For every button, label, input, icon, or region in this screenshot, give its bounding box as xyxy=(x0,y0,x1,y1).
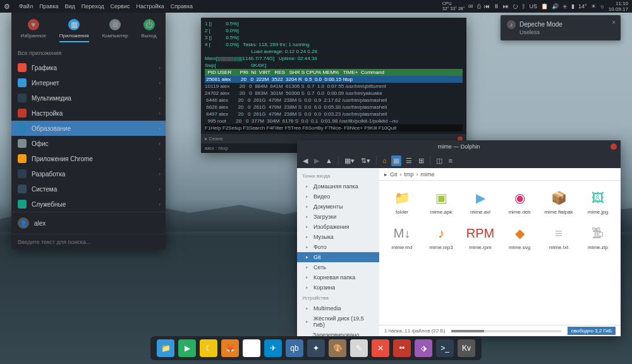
menu-Переход[interactable]: Переход xyxy=(82,3,104,9)
place-Фото[interactable]: Фото xyxy=(297,242,379,252)
dock-item[interactable]: Kv xyxy=(458,339,475,357)
place-Корзина[interactable]: Корзина xyxy=(297,282,379,293)
tray-prev-icon[interactable]: ⏮ xyxy=(484,3,490,9)
file-mime.zip[interactable]: 🗜mime.zip xyxy=(580,221,616,253)
place-Документы[interactable]: Документы xyxy=(297,202,379,212)
tray-temp-label[interactable]: 14° xyxy=(578,3,587,9)
launcher-tab-Компьютер[interactable]: 🖥Компьютер xyxy=(102,19,128,42)
dock-item[interactable]: >_ xyxy=(436,339,454,357)
launcher-tab-Приложения[interactable]: ▦Приложения xyxy=(59,19,89,42)
tray-network-icon[interactable]: ⚹ xyxy=(562,3,568,10)
dock-item[interactable]: ⬗ xyxy=(415,339,432,357)
file-mime.deb[interactable]: ◉mime.deb xyxy=(502,186,537,217)
tray-weather-icon[interactable]: ☀ xyxy=(591,3,596,9)
device-item[interactable]: Multimedia xyxy=(297,303,379,313)
category-Система[interactable]: Система› xyxy=(11,181,166,197)
file-mime.mp3[interactable]: ♪mime.mp3 xyxy=(423,221,459,253)
tray-bluetooth-icon[interactable]: ᛒ xyxy=(522,3,525,9)
tray-brightness-icon[interactable]: ☼ xyxy=(600,3,605,9)
tray-mail-icon[interactable]: ✉ xyxy=(468,3,473,9)
terminal-tab[interactable]: ▸ Сеанс xyxy=(205,136,223,142)
menu-Файл[interactable]: Файл xyxy=(19,3,33,9)
dock-item[interactable]: ☾ xyxy=(200,339,217,357)
tray-layout-label[interactable]: US xyxy=(529,3,537,9)
file-mime.md[interactable]: M↓mime.md xyxy=(384,221,420,253)
place-Загрузки[interactable]: Загрузки xyxy=(297,212,379,222)
tray-next-icon[interactable]: ⏭ xyxy=(503,3,509,9)
close-icon[interactable] xyxy=(611,143,617,150)
menu-Вид[interactable]: Вид xyxy=(65,3,75,9)
file-mime.apk[interactable]: ▣mime.apk xyxy=(423,186,459,217)
tray-play-icon[interactable]: ⏸ xyxy=(494,3,499,9)
place-Домашняя папка[interactable]: Домашняя папка xyxy=(297,181,379,191)
view-icons-icon[interactable]: ▦▾ xyxy=(343,155,356,166)
place-Корневая папка[interactable]: Корневая папка xyxy=(297,272,379,282)
dock-item[interactable]: ✦ xyxy=(307,339,325,357)
user-row[interactable]: 👤 alex xyxy=(11,212,166,234)
view-list-icon[interactable]: ☰ xyxy=(404,155,414,166)
menu-Настройка[interactable]: Настройка xyxy=(136,3,164,9)
sort-icon[interactable]: ⇅▾ xyxy=(359,155,372,166)
view-tree-icon[interactable]: ⊞ xyxy=(416,155,426,166)
dock-item[interactable]: qb xyxy=(286,339,303,357)
window-titlebar[interactable]: mime — Dolphin xyxy=(297,140,621,153)
close-icon[interactable]: × xyxy=(612,19,616,26)
launcher-tab-Избранное[interactable]: ♥Избранное xyxy=(20,19,46,42)
breadcrumb-home-icon[interactable]: ▸ xyxy=(384,171,387,178)
forward-icon[interactable]: ▶ xyxy=(312,155,321,166)
device-item[interactable]: Зарезервировано системой xyxy=(297,330,379,336)
breadcrumb[interactable]: ▸ Git › tmp › mime xyxy=(379,168,621,181)
launcher-section-header: Все приложения xyxy=(11,46,166,60)
terminal-output[interactable]: 1 [| 0.5%] 2 [ 0.0%] 3 [| 0.5%] 4 [ 0.0%… xyxy=(201,18,466,134)
clock[interactable]: 11:1010.09.17 xyxy=(609,1,628,12)
category-Мультимедиа[interactable]: Мультимедиа› xyxy=(11,90,166,106)
file-mime.flatpak[interactable]: 📦mime.flatpak xyxy=(541,186,576,217)
back-icon[interactable]: ◀ xyxy=(301,155,310,166)
tray-updates-icon[interactable]: ⭮ xyxy=(513,3,518,9)
split-icon[interactable]: ◫ xyxy=(434,155,444,166)
file-mime.txt[interactable]: ≡mime.txt xyxy=(541,221,576,253)
dock-item[interactable]: 📁 xyxy=(157,339,174,357)
menu-Сервис[interactable]: Сервис xyxy=(111,3,130,9)
launcher-tab-Выход[interactable]: ⏻Выход xyxy=(142,19,157,42)
category-Приложения Chrome[interactable]: Приложения Chrome› xyxy=(11,151,166,166)
category-Интернет[interactable]: Интернет› xyxy=(11,75,166,90)
up-icon[interactable]: ▲ xyxy=(324,155,334,166)
file-folder[interactable]: 📁folder xyxy=(384,186,420,217)
category-Офис[interactable]: Офис› xyxy=(11,136,166,151)
category-Образование[interactable]: Образование› xyxy=(11,121,166,136)
dock-item[interactable]: 🦊 xyxy=(221,339,239,357)
dock-item[interactable]: ▶ xyxy=(178,339,196,357)
view-grid-icon[interactable]: ▦ xyxy=(391,155,401,166)
tray-battery-icon[interactable]: ▮ xyxy=(571,3,574,9)
place-Музыка[interactable]: Музыка xyxy=(297,232,379,242)
category-Графика[interactable]: Графика› xyxy=(11,60,166,75)
file-mime.rpm[interactable]: RPMmime.rpm xyxy=(463,221,498,253)
dock-item[interactable]: ✎ xyxy=(350,339,368,357)
dock-item[interactable]: ✈ xyxy=(264,339,282,357)
category-Служебные[interactable]: Служебные› xyxy=(11,197,166,212)
tray-clipboard-icon[interactable]: 📋 xyxy=(541,3,548,9)
file-mime.avi[interactable]: ▶mime.avi xyxy=(463,186,498,217)
file-mime.jpg[interactable]: 🖼mime.jpg xyxy=(580,186,616,217)
search-input[interactable] xyxy=(18,239,159,245)
dock-item[interactable]: ◉ xyxy=(243,339,260,357)
device-item[interactable]: Жёсткий диск (19,5 ГиБ) xyxy=(297,313,379,330)
kde-logo-icon[interactable]: ⚙ xyxy=(0,3,14,11)
menu-icon[interactable]: ≡ xyxy=(447,155,454,166)
place-Git[interactable]: Git xyxy=(297,252,379,262)
place-Сеть[interactable]: Сеть xyxy=(297,262,379,272)
file-mime.svg[interactable]: ◆mime.svg xyxy=(502,221,537,253)
place-Видео[interactable]: Видео xyxy=(297,191,379,202)
menu-Правка[interactable]: Правка xyxy=(39,3,58,9)
tray-printer-icon[interactable]: ⎙ xyxy=(477,3,480,9)
tray-volume-icon[interactable]: 🔊 xyxy=(552,3,559,9)
dock-item[interactable]: 🎨 xyxy=(329,339,346,357)
category-Разработка[interactable]: Разработка› xyxy=(11,166,166,181)
place-Изображения[interactable]: Изображения xyxy=(297,222,379,232)
category-Настройка[interactable]: Настройка› xyxy=(11,106,166,121)
dock-item[interactable]: •• xyxy=(393,339,411,357)
dock-item[interactable]: ✕ xyxy=(372,339,389,357)
home-icon[interactable]: ⌂ xyxy=(380,155,389,166)
menu-Справка[interactable]: Справка xyxy=(171,3,193,9)
